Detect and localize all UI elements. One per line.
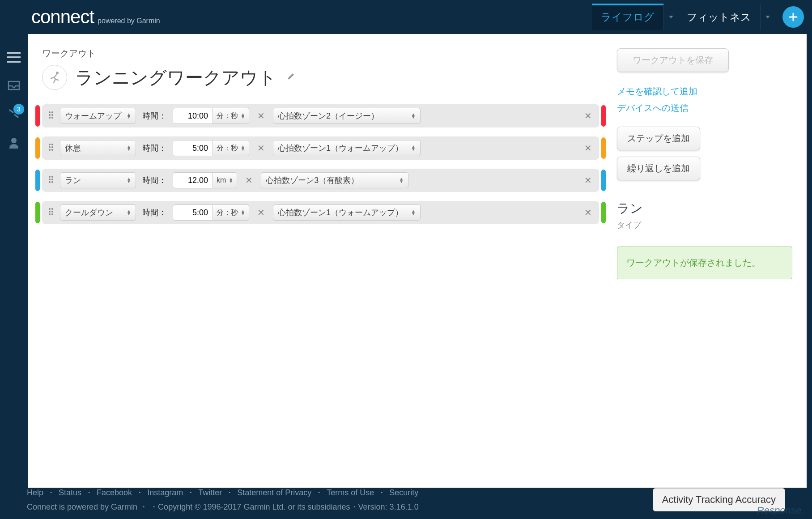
step-unit-select[interactable]: 分：秒▲▼	[213, 140, 249, 156]
clear-duration-button[interactable]: ✕	[243, 175, 255, 186]
menu-icon[interactable]	[7, 52, 21, 64]
tab-fitness-caret[interactable]	[760, 4, 774, 30]
tab-fitness[interactable]: フィットネス	[678, 4, 760, 30]
step-type-select[interactable]: 休息▲▼	[60, 140, 136, 156]
footer-link[interactable]: Terms of Use	[327, 488, 374, 498]
svg-point-7	[51, 117, 53, 119]
separator: ・	[225, 487, 234, 498]
footer-link[interactable]: Status	[59, 488, 81, 498]
footer-link[interactable]: Statement of Privacy	[237, 488, 311, 498]
step-value-input[interactable]	[173, 204, 213, 221]
step-color-left	[35, 170, 40, 191]
svg-point-14	[49, 176, 51, 178]
logo-subtitle: powered by Garmin	[98, 17, 160, 25]
svg-point-21	[51, 208, 53, 210]
edit-title-button[interactable]	[286, 72, 295, 83]
footer: Help・Status・Facebook・Instagram・Twitter・S…	[0, 481, 812, 519]
save-workout-button[interactable]: ワークアウトを保存	[617, 48, 729, 72]
time-label: 時間：	[142, 111, 166, 121]
separator: ・	[47, 487, 55, 498]
user-icon[interactable]	[9, 137, 19, 150]
plus-icon	[788, 12, 798, 22]
svg-point-5	[51, 114, 53, 116]
step-type-select[interactable]: ラン▲▼	[60, 172, 136, 188]
footer-link[interactable]: Security	[389, 488, 418, 498]
workout-step: クールダウン▲▼ 時間： 分：秒▲▼ ✕ 心拍数ゾーン1（ウォームアップ）▲▼ …	[42, 201, 599, 224]
step-unit-value: km	[217, 176, 226, 184]
step-type-select[interactable]: クールダウン▲▼	[60, 204, 136, 221]
workout-step: ラン▲▼ 時間： km▲▼ ✕ 心拍数ゾーン3（有酸素）▲▼ ✕	[42, 169, 599, 192]
tab-lifelog-caret[interactable]	[663, 4, 678, 30]
breadcrumb: ワークアウト	[42, 47, 599, 60]
svg-point-22	[49, 211, 51, 213]
drag-handle-icon[interactable]	[48, 143, 54, 153]
delete-step-button[interactable]: ✕	[582, 143, 594, 153]
step-color-right	[601, 170, 606, 191]
footer-copyright: Connect is powered by Garmin ・ ・Copyrigh…	[27, 502, 419, 512]
inbox-icon[interactable]	[8, 81, 20, 92]
step-color-right	[601, 137, 606, 159]
footer-link[interactable]: Help	[27, 488, 43, 498]
drag-handle-icon[interactable]	[48, 175, 54, 185]
delete-step-button[interactable]: ✕	[582, 207, 594, 218]
step-unit-select[interactable]: 分：秒▲▼	[213, 204, 249, 221]
running-icon	[42, 65, 67, 90]
svg-point-1	[56, 72, 59, 74]
step-type-select[interactable]: ウォームアップ▲▼	[60, 108, 136, 124]
step-value-input[interactable]	[173, 172, 213, 188]
drag-handle-icon[interactable]	[48, 208, 54, 217]
time-label: 時間：	[142, 207, 166, 218]
delete-step-button[interactable]: ✕	[582, 111, 594, 121]
add-step-button[interactable]: ステップを追加	[617, 127, 700, 150]
step-color-left	[35, 137, 40, 159]
sync-icon[interactable]: 3	[8, 108, 20, 121]
time-label: 時間：	[142, 143, 166, 153]
step-unit-select[interactable]: km▲▼	[213, 172, 237, 188]
tab-lifelog[interactable]: ライフログ	[592, 4, 663, 30]
tab-label: フィットネス	[687, 10, 751, 24]
step-zone-select[interactable]: 心拍数ゾーン1（ウォームアップ）▲▼	[273, 140, 421, 156]
add-repeat-button[interactable]: 繰り返しを追加	[617, 157, 700, 180]
step-zone-select[interactable]: 心拍数ゾーン2（イージー）▲▼	[273, 108, 421, 124]
section-subtitle: タイプ	[617, 220, 792, 230]
step-unit-select[interactable]: 分：秒▲▼	[213, 108, 249, 124]
drag-handle-icon[interactable]	[48, 111, 54, 121]
step-zone-select[interactable]: 心拍数ゾーン1（ウォームアップ）▲▼	[273, 204, 421, 221]
svg-point-17	[51, 179, 53, 180]
step-color-left	[35, 105, 40, 127]
step-color-left	[35, 202, 40, 223]
step-value-input[interactable]	[173, 140, 213, 156]
svg-point-6	[49, 117, 51, 119]
delete-step-button[interactable]: ✕	[582, 175, 594, 186]
pencil-icon	[286, 72, 295, 81]
footer-link[interactable]: Twitter	[198, 488, 222, 498]
step-value-input[interactable]	[173, 108, 213, 124]
step-zone-select[interactable]: 心拍数ゾーン3（有酸素）▲▼	[261, 172, 408, 188]
add-button[interactable]	[782, 6, 804, 28]
workout-editor: ワークアウト ランニングワークアウト ウォームアップ▲▼ 時間： 分：秒▲▼ ✕	[42, 47, 599, 474]
separator: ・	[315, 487, 323, 498]
tab-label: ライフログ	[601, 10, 655, 24]
footer-link[interactable]: Instagram	[147, 488, 183, 498]
clear-duration-button[interactable]: ✕	[255, 143, 267, 153]
step-unit-value: 分：秒	[217, 144, 238, 153]
header-tabs: ライフログ フィットネス	[592, 4, 812, 30]
success-message: ワークアウトが保存されました。	[617, 247, 792, 279]
svg-point-13	[51, 149, 53, 151]
step-type-value: クールダウン	[65, 207, 113, 218]
link-add-note[interactable]: メモを確認して追加	[617, 85, 792, 98]
header: connect powered by Garmin ライフログ フィットネス	[0, 0, 812, 34]
svg-point-2	[49, 111, 51, 113]
footer-link[interactable]: Facebook	[97, 488, 132, 498]
svg-point-12	[49, 149, 51, 151]
svg-point-10	[49, 146, 51, 148]
duration-group: 分：秒▲▼	[173, 140, 249, 156]
link-send-device[interactable]: デバイスへの送信	[617, 102, 792, 114]
duration-group: 分：秒▲▼	[173, 204, 249, 221]
clear-duration-button[interactable]: ✕	[255, 207, 267, 218]
step-zone-value: 心拍数ゾーン1（ウォームアップ）	[278, 207, 403, 218]
svg-point-0	[11, 138, 17, 143]
clear-duration-button[interactable]: ✕	[255, 111, 267, 121]
step-zone-value: 心拍数ゾーン3（有酸素）	[266, 175, 359, 186]
svg-point-18	[49, 181, 51, 183]
